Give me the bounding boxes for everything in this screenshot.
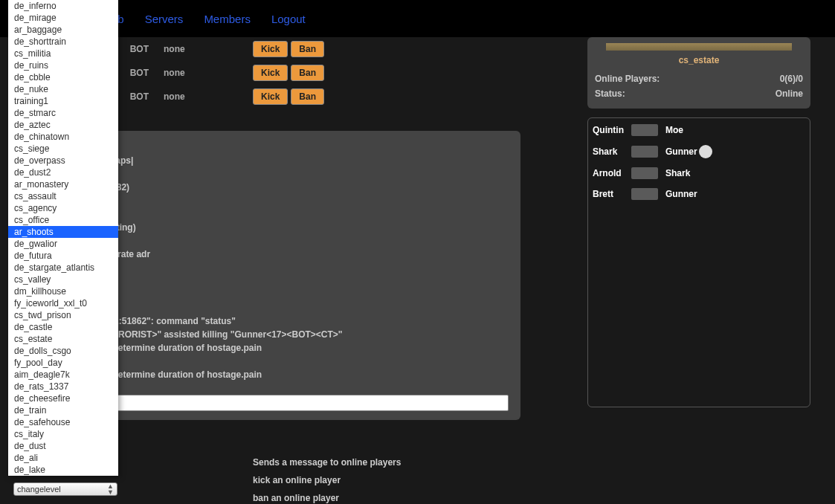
kick-button[interactable]: Kick	[253, 41, 288, 57]
bot-ping: none	[164, 91, 253, 102]
map-option[interactable]: de_nuke	[8, 83, 118, 95]
map-option[interactable]: ar_monastery	[8, 178, 118, 190]
map-option[interactable]: de_cbble	[8, 71, 118, 83]
top-nav: eb Servers Members Logout	[0, 0, 835, 37]
map-option[interactable]: de_stmarc	[8, 107, 118, 119]
command-select[interactable]: changelevel ▲▼	[13, 482, 117, 496]
killer-name: Quintin	[593, 125, 628, 135]
bot-ping: none	[164, 44, 253, 54]
map-thumbnail	[606, 43, 792, 51]
cmd-desc: Sends a message to online players	[253, 457, 401, 468]
killer-name: Shark	[593, 146, 628, 157]
map-option[interactable]: aim_deagle7k	[8, 369, 118, 381]
stat-row-players: Online Players: 0(6)/0	[595, 71, 803, 86]
server-info-card: cs_estate Online Players: 0(6)/0 Status:…	[587, 37, 810, 109]
map-option[interactable]: training1	[8, 95, 118, 107]
kill-feed-row: Quintin Moe	[593, 124, 805, 136]
map-option[interactable]: de_stargate_atlantis	[8, 262, 118, 274]
map-option[interactable]: de_overpass	[8, 155, 118, 167]
victim-name: Moe	[665, 125, 683, 135]
weapon-icon	[631, 124, 658, 136]
map-option[interactable]: ar_baggage	[8, 24, 118, 36]
map-option[interactable]: de_gwalior	[8, 238, 118, 250]
stat-value: 0(6)/0	[780, 74, 803, 84]
map-option[interactable]: de_inferno	[8, 0, 118, 12]
map-option[interactable]: de_castle	[8, 321, 118, 333]
map-option[interactable]: fy_pool_day	[8, 357, 118, 369]
map-option[interactable]: de_lake	[8, 464, 118, 476]
map-option[interactable]: cs_office	[8, 214, 118, 226]
weapon-icon	[631, 146, 658, 158]
cmd-desc: ban an online player	[253, 493, 339, 503]
map-option[interactable]: de_rats_1337	[8, 381, 118, 392]
map-option[interactable]: cs_siege	[8, 143, 118, 155]
map-option[interactable]: de_mirage	[8, 12, 118, 24]
map-option[interactable]: de_safehouse	[8, 416, 118, 428]
kick-button[interactable]: Kick	[253, 65, 288, 81]
map-option[interactable]: cs_italy	[8, 428, 118, 440]
stat-row-status: Status: Online	[595, 86, 803, 101]
map-option[interactable]: cs_agency	[8, 202, 118, 214]
weapon-icon	[631, 167, 658, 179]
bot-ping: none	[164, 68, 253, 78]
map-option[interactable]: de_chinatown	[8, 131, 118, 143]
right-column: cs_estate Online Players: 0(6)/0 Status:…	[587, 37, 810, 407]
nav-link-servers[interactable]: Servers	[145, 13, 184, 25]
map-option[interactable]: cs_estate	[8, 333, 118, 345]
map-option[interactable]: cs_assault	[8, 190, 118, 202]
kill-feed-row: Arnold Shark	[593, 167, 805, 179]
killer-name: Brett	[593, 189, 628, 199]
kick-button[interactable]: Kick	[253, 88, 288, 105]
map-dropdown-list[interactable]: de_infernode_miragear_baggagede_shorttra…	[8, 0, 118, 476]
stat-label: Online Players:	[595, 74, 660, 84]
map-option[interactable]: dm_killhouse	[8, 285, 118, 297]
map-option[interactable]: de_cheesefire	[8, 392, 118, 404]
ban-button[interactable]: Ban	[291, 41, 324, 57]
stat-value: Online	[776, 88, 803, 99]
victim-name: Gunner	[665, 146, 697, 157]
victim-name: Gunner	[665, 189, 697, 199]
map-option[interactable]: de_dolls_csgo	[8, 345, 118, 357]
map-option[interactable]: cs_twd_prison	[8, 309, 118, 321]
weapon-icon	[631, 188, 658, 200]
stat-label: Status:	[595, 88, 625, 99]
map-option[interactable]: de_futura	[8, 250, 118, 262]
kill-feed-row: Brett Gunner	[593, 188, 805, 200]
map-option[interactable]: de_shorttrain	[8, 36, 118, 48]
kill-feed: Quintin Moe Shark Gunner Arnold Shark Br…	[587, 117, 810, 407]
map-option[interactable]: de_ali	[8, 452, 118, 464]
ban-button[interactable]: Ban	[291, 65, 324, 81]
command-select-value: changelevel	[17, 485, 61, 494]
map-name: cs_estate	[595, 55, 803, 65]
cmd-desc: kick an online player	[253, 475, 341, 485]
map-option[interactable]: cs_militia	[8, 48, 118, 59]
map-option[interactable]: fy_iceworld_xxl_t0	[8, 297, 118, 309]
grenade-icon	[699, 145, 712, 158]
map-option[interactable]: ar_shoots	[8, 226, 118, 238]
select-arrows-icon: ▲▼	[107, 483, 114, 495]
killer-name: Arnold	[593, 168, 628, 178]
nav-link-logout[interactable]: Logout	[271, 13, 306, 25]
map-option[interactable]: de_aztec	[8, 119, 118, 131]
ban-button[interactable]: Ban	[291, 88, 324, 105]
victim-name: Shark	[665, 168, 690, 178]
map-option[interactable]: de_ruins	[8, 59, 118, 71]
nav-link-members[interactable]: Members	[204, 13, 251, 25]
map-option[interactable]: cs_valley	[8, 274, 118, 285]
map-option[interactable]: de_dust2	[8, 167, 118, 178]
map-option[interactable]: de_train	[8, 404, 118, 416]
main-area: BOT none Kick Ban BOT none Kick Ban BOT …	[0, 37, 835, 504]
map-option[interactable]: de_dust	[8, 440, 118, 452]
kill-feed-row: Shark Gunner	[593, 145, 805, 158]
